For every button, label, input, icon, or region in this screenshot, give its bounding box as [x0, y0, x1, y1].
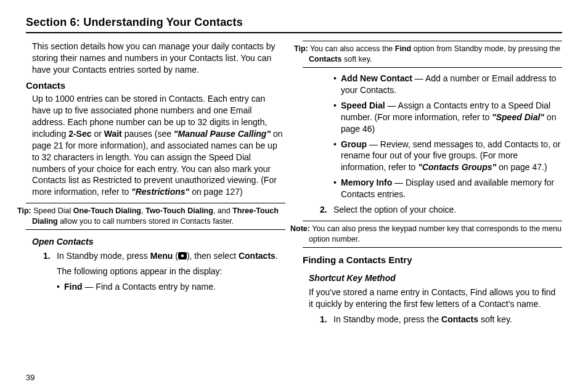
- option-name: Find: [64, 282, 83, 292]
- menu-key-icon: [178, 252, 187, 259]
- option-name: Memory Info: [341, 178, 392, 187]
- contacts-paragraph: Up to 1000 entries can be stored in Cont…: [26, 93, 285, 198]
- page: Section 6: Understanding Your Contacts T…: [0, 0, 588, 392]
- text: pauses (see: [122, 129, 174, 139]
- step-number: 2.: [320, 204, 327, 216]
- bold-find: Find: [395, 44, 411, 53]
- finding-steps: 1. In Standby mode, press the Contacts s…: [303, 314, 562, 325]
- right-column: Tip: You can also access the Find option…: [303, 41, 562, 329]
- ref-restrictions: "Restrictions": [131, 187, 189, 197]
- bold-menu: Menu: [150, 251, 173, 261]
- section-title: Section 6: Understanding Your Contacts: [26, 15, 562, 30]
- bold-contacts-softkey: Contacts: [441, 314, 478, 324]
- option-find: Find — Find a Contacts entry by name.: [57, 281, 285, 293]
- tip-text: allow you to call numbers stored in Cont…: [58, 217, 234, 226]
- tip-text: You can also access the: [308, 44, 395, 53]
- step-1: 1. In Standby mode, press Menu (), then …: [43, 250, 285, 277]
- left-column: This section details how you can manage …: [26, 41, 285, 329]
- text: ), then select: [187, 251, 239, 261]
- bold-two-touch: Two-Touch Dialing: [145, 206, 213, 215]
- option-name: Speed Dial: [341, 100, 385, 110]
- step-number: 1.: [320, 314, 327, 325]
- open-contacts-steps-cont: 2. Select the option of your choice.: [303, 204, 562, 216]
- option-list-left: Find — Find a Contacts entry by name.: [26, 281, 285, 293]
- finding-step-1: 1. In Standby mode, press the Contacts s…: [320, 314, 562, 325]
- note-box-keypad: Note: You can also press the keypad numb…: [303, 221, 562, 248]
- ref-contacts-groups: "Contacts Groups": [418, 162, 496, 172]
- option-add-new-contact: Add New Contact — Add a number or Email …: [333, 73, 562, 96]
- bold-wait: Wait: [104, 129, 122, 139]
- text: soft key.: [478, 314, 512, 324]
- tip-text: ,: [141, 206, 145, 215]
- text: on page 127): [189, 187, 242, 197]
- tip-text: , and: [213, 206, 232, 215]
- tip-label: Tip:: [17, 206, 31, 215]
- step-text: Select the option of your choice.: [333, 205, 456, 214]
- bold-2sec: 2-Sec: [68, 129, 91, 139]
- ref-speed-dial: "Speed Dial": [492, 112, 544, 122]
- finding-heading: Finding a Contacts Entry: [303, 254, 562, 266]
- tip-label: Tip:: [294, 44, 308, 53]
- option-group: Group — Review, send messages to, add Co…: [333, 139, 562, 174]
- tip-box-find: Tip: You can also access the Find option…: [303, 41, 562, 68]
- open-contacts-steps: 1. In Standby mode, press Menu (), then …: [26, 250, 285, 277]
- tip-box-speed-dial: Tip: Speed Dial One-Touch Dialing, Two-T…: [26, 203, 285, 230]
- tip-text: Speed Dial: [31, 206, 73, 215]
- open-contacts-heading: Open Contacts: [32, 236, 285, 248]
- text: or: [92, 129, 104, 139]
- bold-contacts: Contacts: [239, 251, 276, 261]
- tip-text: option from Standby mode, by pressing th…: [411, 44, 560, 53]
- option-desc-tail: on page 47.): [496, 162, 547, 172]
- intro-text: This section details how you can manage …: [26, 41, 285, 76]
- step-number: 1.: [43, 250, 51, 262]
- text: In Standby mode, press: [57, 251, 150, 261]
- finding-paragraph: If you've stored a name entry in Contact…: [303, 287, 562, 310]
- option-memory-info: Memory Info — Display used and available…: [333, 177, 562, 200]
- ref-manual-pause: "Manual Pause Calling": [174, 129, 271, 139]
- columns: This section details how you can manage …: [26, 41, 562, 329]
- option-name: Add New Contact: [341, 73, 412, 83]
- page-number: 39: [26, 372, 35, 383]
- contacts-heading: Contacts: [26, 80, 285, 92]
- text: In Standby mode, press the: [333, 314, 441, 324]
- option-list-right: Add New Contact — Add a number or Email …: [303, 73, 562, 200]
- note-text: You can also press the keypad number key…: [309, 224, 561, 243]
- step-1-followup: The following options appear in the disp…: [57, 266, 285, 277]
- bold-one-touch: One-Touch Dialing: [73, 206, 141, 215]
- text: (: [173, 251, 178, 261]
- option-name: Group: [341, 139, 367, 149]
- shortcut-heading: Shortcut Key Method: [309, 272, 562, 284]
- tip-text: soft key.: [341, 55, 372, 63]
- note-label: Note:: [290, 224, 310, 233]
- option-desc: — Find a Contacts entry by name.: [83, 282, 216, 292]
- option-speed-dial: Speed Dial — Assign a Contacts entry to …: [333, 100, 562, 135]
- text: .: [276, 251, 278, 261]
- title-rule: [26, 32, 562, 33]
- step-2: 2. Select the option of your choice.: [320, 204, 562, 216]
- bold-contacts-softkey: Contacts: [309, 55, 341, 63]
